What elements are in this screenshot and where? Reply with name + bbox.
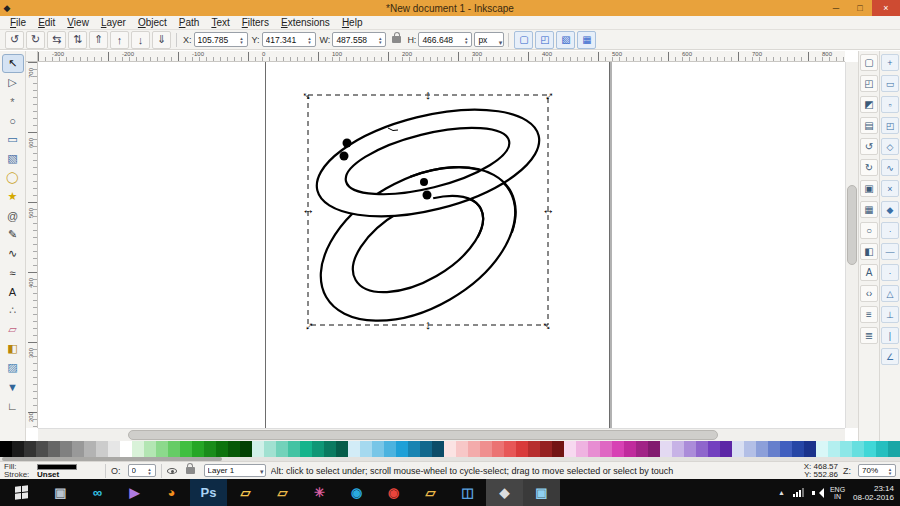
palette-swatch[interactable] xyxy=(876,441,888,457)
palette-swatch[interactable] xyxy=(348,441,360,457)
lower-button[interactable]: ↓ xyxy=(131,31,150,49)
dot[interactable] xyxy=(343,139,352,148)
snap-cusp-nodes-toggle[interactable]: ◆ xyxy=(881,201,899,218)
palette-swatch[interactable] xyxy=(300,441,312,457)
menu-item[interactable]: Text xyxy=(205,17,235,28)
open-document-button[interactable]: ◰ xyxy=(860,75,878,92)
palette-swatch[interactable] xyxy=(516,441,528,457)
height-input[interactable]: 466.648 xyxy=(418,32,472,47)
palette-swatch[interactable] xyxy=(48,441,60,457)
snap-midpoints-toggle[interactable]: — xyxy=(881,243,899,260)
palette-swatch[interactable] xyxy=(660,441,672,457)
photo-app[interactable]: ✳ xyxy=(301,479,338,506)
palette-swatch[interactable] xyxy=(768,441,780,457)
dot[interactable] xyxy=(340,152,349,161)
palette-swatch[interactable] xyxy=(696,441,708,457)
opacity-input[interactable]: 0 xyxy=(128,464,156,477)
media-player-app[interactable]: ▶ xyxy=(116,479,153,506)
palette-swatch[interactable] xyxy=(72,441,84,457)
palette-swatch[interactable] xyxy=(552,441,564,457)
palette-swatch[interactable] xyxy=(0,441,12,457)
snap-object-centers-toggle[interactable]: · xyxy=(881,264,899,281)
selection-handle-e[interactable]: ↔ xyxy=(541,203,555,217)
folder-downloads[interactable]: ▱ xyxy=(412,479,449,506)
redo-button[interactable]: ↻ xyxy=(860,159,878,176)
palette-swatch[interactable] xyxy=(204,441,216,457)
x-spin-buttons[interactable] xyxy=(238,36,246,44)
h-spin-buttons[interactable] xyxy=(462,36,470,44)
mail-app[interactable]: ◫ xyxy=(449,479,486,506)
layer-visibility-icon[interactable] xyxy=(167,468,177,474)
palette-swatch[interactable] xyxy=(672,441,684,457)
eraser-tool[interactable]: ▱ xyxy=(2,320,24,339)
menu-item[interactable]: Path xyxy=(173,17,206,28)
palette-swatch[interactable] xyxy=(528,441,540,457)
rotate-cw-button[interactable]: ↻ xyxy=(26,31,45,49)
palette-swatch[interactable] xyxy=(12,441,24,457)
document-properties-button[interactable]: ≣ xyxy=(860,327,878,344)
vertical-scrollbar-thumb[interactable] xyxy=(847,185,857,265)
star-tool[interactable]: ★ xyxy=(2,187,24,206)
rotate-ccw-button[interactable]: ↺ xyxy=(5,31,24,49)
palette-swatch[interactable] xyxy=(240,441,252,457)
paste-button[interactable]: ▦ xyxy=(860,201,878,218)
palette-swatch[interactable] xyxy=(888,441,900,457)
new-document-button[interactable]: ▢ xyxy=(860,54,878,71)
fill-stroke-dialog-button[interactable]: ◧ xyxy=(860,243,878,260)
folder-documents[interactable]: ▱ xyxy=(264,479,301,506)
vertical-ruler[interactable]: 700600500400300200 xyxy=(26,62,38,428)
palette-swatch[interactable] xyxy=(396,441,408,457)
firefox[interactable]: ◕ xyxy=(153,479,190,506)
palette-swatch[interactable] xyxy=(384,441,396,457)
snap-text-toggle[interactable]: ⊥ xyxy=(881,306,899,323)
palette-swatch[interactable] xyxy=(564,441,576,457)
show-hidden-icons-button[interactable]: ▲ xyxy=(778,489,785,496)
snap-nodes-toggle[interactable]: ◇ xyxy=(881,138,899,155)
palette-swatch[interactable] xyxy=(336,441,348,457)
zoom-page-button[interactable]: ○ xyxy=(860,222,878,239)
palette-swatch[interactable] xyxy=(624,441,636,457)
dot[interactable] xyxy=(423,191,432,200)
zoom-spin-buttons[interactable] xyxy=(886,467,894,475)
photoshop[interactable]: Ps xyxy=(190,479,227,506)
dropper-tool[interactable]: ▼ xyxy=(2,377,24,396)
palette-swatch[interactable] xyxy=(744,441,756,457)
menu-item[interactable]: Object xyxy=(132,17,173,28)
palette-swatch[interactable] xyxy=(84,441,96,457)
canvas[interactable]: ↔ ↕ ↔ ↔ ↔ ↔ ↕ ↔ xyxy=(38,62,845,428)
vertical-scrollbar[interactable] xyxy=(845,62,858,428)
palette-swatch[interactable] xyxy=(600,441,612,457)
palette-swatch[interactable] xyxy=(216,441,228,457)
menu-item[interactable]: File xyxy=(4,17,32,28)
text-tool[interactable]: A xyxy=(2,282,24,301)
palette-swatch[interactable] xyxy=(588,441,600,457)
copy-button[interactable]: ▣ xyxy=(860,180,878,197)
clock[interactable]: 23:14 08-02-2016 xyxy=(853,484,894,502)
palette-swatch[interactable] xyxy=(504,441,516,457)
palette-swatch[interactable] xyxy=(864,441,876,457)
node-editor-tool[interactable]: ▷ xyxy=(2,73,24,92)
inkscape[interactable]: ◆ xyxy=(486,479,523,506)
palette-swatch[interactable] xyxy=(840,441,852,457)
palette-swatch[interactable] xyxy=(408,441,420,457)
sync-app[interactable]: ∞ xyxy=(79,479,116,506)
y-spin-buttons[interactable] xyxy=(306,36,314,44)
fill-color-swatch[interactable] xyxy=(37,464,77,470)
calligraphy-tool[interactable]: ≈ xyxy=(2,263,24,282)
palette-swatch[interactable] xyxy=(168,441,180,457)
palette-swatch[interactable] xyxy=(780,441,792,457)
palette-swatch[interactable] xyxy=(684,441,696,457)
fill-stroke-indicator[interactable]: Fill: Stroke: Unset xyxy=(4,463,100,478)
palette-swatch[interactable] xyxy=(360,441,372,457)
palette-swatch[interactable] xyxy=(252,441,264,457)
rings-drawing[interactable] xyxy=(38,62,845,428)
palette-swatch[interactable] xyxy=(804,441,816,457)
selector-tool[interactable]: ↖ xyxy=(2,54,24,73)
lower-to-bottom-button[interactable]: ⇓ xyxy=(152,31,171,49)
maximize-button[interactable]: □ xyxy=(848,0,872,16)
horizontal-ruler[interactable]: -300-200-1000100200300400500600700800 xyxy=(38,51,845,62)
language-indicator[interactable]: ENG IN xyxy=(830,486,845,500)
x-input[interactable]: 105.785 xyxy=(194,32,248,47)
transform-corners-toggle[interactable]: ◰ xyxy=(535,31,554,49)
menu-item[interactable]: View xyxy=(61,17,95,28)
